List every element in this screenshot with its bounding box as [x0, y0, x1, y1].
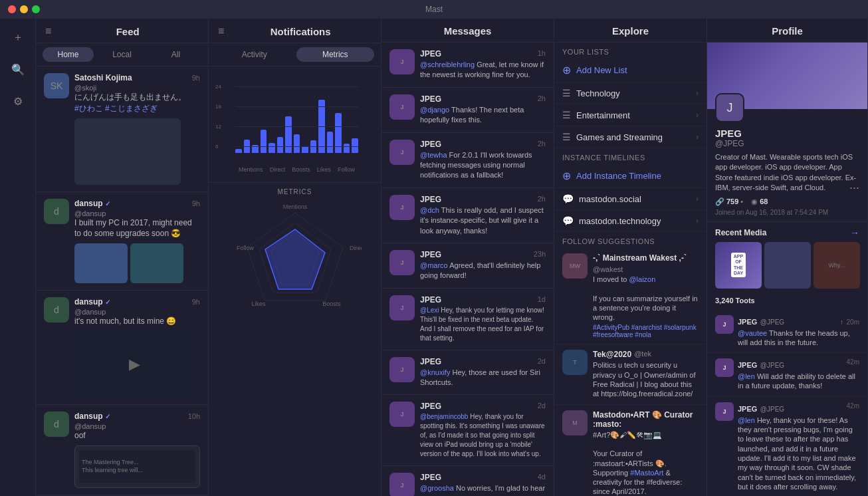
post-header: dansup ✓ 9h — [74, 297, 200, 307]
minimize-button[interactable] — [20, 5, 28, 13]
post-video[interactable]: ▶ — [74, 331, 194, 398]
sidebar-add-button[interactable]: ＋ — [6, 25, 30, 49]
post-item[interactable]: d dansup ✓ 9h @dansup it's not much, but… — [36, 291, 208, 405]
following-stat: 🔗 759 • — [715, 197, 743, 206]
message-item[interactable]: J JPEG 2h @django Thanks! The next beta … — [381, 88, 554, 133]
media-thumb[interactable] — [764, 242, 811, 289]
instance-item-mastodon-technology[interactable]: 💬 mastodon.technology › — [554, 210, 706, 232]
media-thumb[interactable]: Why... — [814, 242, 860, 289]
suggestion-item[interactable]: M Mastodon•ART 🎨 Curator :masto: #Art?🎨🖌… — [554, 405, 706, 496]
chart-bar — [335, 113, 342, 153]
post-time: 9h — [192, 74, 200, 82]
feed-tab-all[interactable]: All — [150, 47, 201, 62]
list-item-entertainment[interactable]: ☰ Entertainment › — [554, 104, 706, 126]
message-header: JPEG 1h — [420, 49, 546, 59]
more-options-button[interactable]: ··· — [849, 181, 859, 195]
message-item[interactable]: J JPEG 1h @schreiblehrling Great, let me… — [381, 43, 554, 88]
message-item[interactable]: J JPEG 4d @groosha No worries, I'm glad … — [381, 466, 554, 496]
feed-tab-home[interactable]: Home — [43, 47, 94, 62]
chart-bar — [294, 134, 300, 153]
follow-suggestions-header: Follow Suggestions — [554, 232, 706, 248]
reply-author: JPEG — [738, 318, 757, 326]
post-time: 9h — [192, 298, 200, 306]
notifications-menu-icon[interactable]: ≡ — [218, 25, 224, 37]
post-item[interactable]: d dansup ✓ 9h @dansup I built my PC in 2… — [36, 192, 208, 291]
message-content: JPEG 2h @django Thanks! The next beta ho… — [420, 94, 546, 126]
messages-column: Messages J JPEG 1h @schreiblehrling Grea… — [381, 19, 554, 496]
arrow-right-icon[interactable]: → — [850, 227, 859, 238]
list-icon: ☰ — [562, 132, 571, 142]
feed-title: Feed — [56, 26, 199, 37]
sidebar-settings-button[interactable]: ⚙ — [6, 89, 30, 113]
link-text: The Mastering Tree...This learning tree … — [79, 450, 195, 483]
message-content: JPEG 23h @marco Agreed, that'll definite… — [420, 250, 546, 281]
post-content: dansup ✓ 9h @dansup I built my PC in 201… — [74, 199, 200, 284]
window-controls[interactable] — [8, 5, 40, 13]
profile-bio: Creator of Mast. Wearable sports tech iO… — [715, 152, 859, 193]
post-header: dansup ✓ 10h — [74, 412, 200, 421]
post-content: dansup ✓ 9h @dansup it's not much, but i… — [74, 297, 200, 398]
media-thumb[interactable]: APPOFTHEDAY — [715, 242, 762, 289]
chart-bar — [327, 132, 334, 153]
reply-item[interactable]: J JPEG @JPEG ↑ 20m @vautee — [707, 310, 867, 354]
radar-chart: Mentions Direct Boosts Likes Follow — [229, 199, 362, 306]
instance-item-mastodon-social[interactable]: 💬 mastodon.social › — [554, 188, 706, 210]
list-item-technology[interactable]: ☰ Technology › — [554, 82, 706, 104]
message-text: @dch This is really odd, and I suspect i… — [420, 205, 546, 236]
feed-menu-icon[interactable]: ≡ — [45, 25, 51, 37]
chevron-right-icon: › — [696, 88, 699, 98]
toot-number: 3,240 Toots — [715, 297, 755, 305]
message-content: JPEG 2d @benjamincobb Hey, thank you for… — [420, 402, 546, 459]
post-handle: @dansup — [74, 422, 200, 430]
notif-tab-metrics[interactable]: Metrics — [296, 47, 375, 62]
reply-header: JPEG @JPEG 42m — [738, 358, 859, 370]
svg-text:Likes: Likes — [251, 301, 266, 306]
close-button[interactable] — [8, 5, 16, 13]
message-content: JPEG 4d @groosha No worries, I'm glad to… — [420, 473, 546, 496]
chart-bar — [235, 149, 242, 153]
message-time: 2h — [538, 195, 546, 204]
profile-media-section: Recent Media → APPOFTHEDAY Why... — [707, 222, 867, 294]
message-item[interactable]: J JPEG 23h @marco Agreed, that'll defini… — [381, 243, 554, 289]
reply-author-area: JPEG @JPEG — [738, 402, 784, 414]
add-new-list-button[interactable]: ⊕ Add New List — [554, 59, 706, 82]
avatar: J — [389, 250, 415, 275]
add-instance-timeline-button[interactable]: ⊕ Add Instance Timeline — [554, 164, 706, 188]
message-item[interactable]: J JPEG 2h @tewha For 2.0.1 I'll work tow… — [381, 133, 554, 188]
notifications-column: ≡ Notifications Activity Metrics 24 — [209, 19, 381, 496]
feed-tab-local[interactable]: Local — [96, 47, 148, 62]
suggestion-content: -,` Mainstream Wakest ,-` @wakest I move… — [593, 253, 699, 338]
your-lists-header: Your Lists — [554, 43, 706, 59]
message-content: JPEG 2d @knuxify Hey, those are used for… — [420, 357, 546, 388]
explore-column: Explore Your Lists ⊕ Add New List ☰ Tech… — [554, 19, 707, 496]
notif-tab-activity[interactable]: Activity — [215, 47, 294, 62]
message-header: JPEG 23h — [420, 250, 546, 259]
message-item[interactable]: J JPEG 1d @Lexi Hey, thank you for letti… — [381, 289, 554, 350]
list-label: Technology — [576, 88, 691, 98]
sidebar-search-button[interactable]: 🔍 — [6, 57, 30, 81]
suggestion-tags: #ActivityPub #anarchist #solarpunk#frees… — [593, 324, 699, 338]
post-item[interactable]: d dansup ✓ 10h @dansup oof The Mastering… — [36, 405, 208, 495]
app-title: Mast — [425, 5, 443, 14]
chart-x-label: Boosts — [292, 166, 310, 173]
notifications-header: ≡ Notifications — [209, 19, 381, 43]
suggestion-item[interactable]: T Tek@2020 @tek Politics u tech u securi… — [554, 344, 706, 404]
profile-media-grid: APPOFTHEDAY Why... — [715, 242, 859, 289]
chart-bar — [302, 146, 308, 153]
list-item-games-streaming[interactable]: ☰ Games and Streaming › — [554, 126, 706, 148]
post-item[interactable]: SK Satoshi Kojima 9h @skoji にんげんは手も足も出ませ… — [36, 66, 208, 192]
message-content: JPEG 2h @tewha For 2.0.1 I'll work towar… — [420, 140, 546, 181]
post-author: Satoshi Kojima — [74, 73, 132, 82]
chart-bar — [352, 138, 358, 153]
message-item[interactable]: J JPEG 2d @benjamincobb Hey, thank you f… — [381, 395, 554, 466]
chat-icon: 💬 — [562, 193, 574, 204]
suggestion-item[interactable]: MW -,` Mainstream Wakest ,-` @wakest I m… — [554, 248, 706, 344]
reply-item[interactable]: J JPEG @JPEG 42m @len Will add the abili… — [707, 353, 867, 397]
chevron-right-icon: › — [696, 194, 699, 203]
suggestion-handle: @tek — [634, 350, 651, 359]
message-item[interactable]: J JPEG 2h @dch This is really odd, and I… — [381, 188, 554, 243]
message-content: JPEG 2h @dch This is really odd, and I s… — [420, 195, 546, 236]
maximize-button[interactable] — [32, 5, 40, 13]
reply-item[interactable]: J JPEG @JPEG 42m @len Hey, thank you for… — [707, 397, 867, 496]
message-item[interactable]: J JPEG 2d @knuxify Hey, those are used f… — [381, 350, 554, 396]
